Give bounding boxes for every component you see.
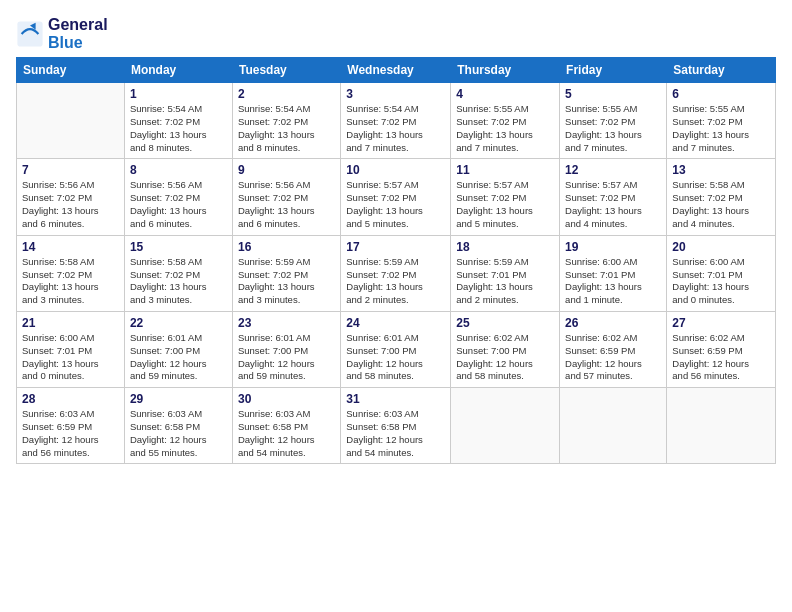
calendar-cell: 4Sunrise: 5:55 AM Sunset: 7:02 PM Daylig…	[451, 83, 560, 159]
day-info: Sunrise: 6:01 AM Sunset: 7:00 PM Dayligh…	[130, 332, 227, 383]
day-info: Sunrise: 5:58 AM Sunset: 7:02 PM Dayligh…	[672, 179, 770, 230]
day-info: Sunrise: 5:54 AM Sunset: 7:02 PM Dayligh…	[346, 103, 445, 154]
day-number: 15	[130, 240, 227, 254]
day-number: 26	[565, 316, 661, 330]
day-number: 27	[672, 316, 770, 330]
day-info: Sunrise: 6:03 AM Sunset: 6:58 PM Dayligh…	[238, 408, 335, 459]
day-info: Sunrise: 6:00 AM Sunset: 7:01 PM Dayligh…	[672, 256, 770, 307]
day-info: Sunrise: 6:02 AM Sunset: 6:59 PM Dayligh…	[565, 332, 661, 383]
calendar-cell: 10Sunrise: 5:57 AM Sunset: 7:02 PM Dayli…	[341, 159, 451, 235]
calendar-cell: 21Sunrise: 6:00 AM Sunset: 7:01 PM Dayli…	[17, 311, 125, 387]
day-number: 24	[346, 316, 445, 330]
calendar-week-row: 1Sunrise: 5:54 AM Sunset: 7:02 PM Daylig…	[17, 83, 776, 159]
logo: General Blue	[16, 16, 108, 51]
calendar-cell: 18Sunrise: 5:59 AM Sunset: 7:01 PM Dayli…	[451, 235, 560, 311]
logo-text: General Blue	[48, 16, 108, 51]
day-number: 20	[672, 240, 770, 254]
day-number: 13	[672, 163, 770, 177]
calendar-cell: 17Sunrise: 5:59 AM Sunset: 7:02 PM Dayli…	[341, 235, 451, 311]
day-info: Sunrise: 6:00 AM Sunset: 7:01 PM Dayligh…	[22, 332, 119, 383]
day-info: Sunrise: 5:55 AM Sunset: 7:02 PM Dayligh…	[565, 103, 661, 154]
day-info: Sunrise: 5:59 AM Sunset: 7:02 PM Dayligh…	[238, 256, 335, 307]
weekday-header-thursday: Thursday	[451, 58, 560, 83]
day-info: Sunrise: 5:56 AM Sunset: 7:02 PM Dayligh…	[238, 179, 335, 230]
day-number: 6	[672, 87, 770, 101]
weekday-header-row: SundayMondayTuesdayWednesdayThursdayFrid…	[17, 58, 776, 83]
day-number: 31	[346, 392, 445, 406]
day-number: 4	[456, 87, 554, 101]
day-number: 25	[456, 316, 554, 330]
logo-icon	[16, 20, 44, 48]
calendar-cell: 9Sunrise: 5:56 AM Sunset: 7:02 PM Daylig…	[232, 159, 340, 235]
day-number: 23	[238, 316, 335, 330]
calendar-cell: 27Sunrise: 6:02 AM Sunset: 6:59 PM Dayli…	[667, 311, 776, 387]
day-number: 16	[238, 240, 335, 254]
day-number: 9	[238, 163, 335, 177]
day-info: Sunrise: 5:58 AM Sunset: 7:02 PM Dayligh…	[130, 256, 227, 307]
weekday-header-sunday: Sunday	[17, 58, 125, 83]
day-number: 17	[346, 240, 445, 254]
day-number: 19	[565, 240, 661, 254]
calendar-cell: 11Sunrise: 5:57 AM Sunset: 7:02 PM Dayli…	[451, 159, 560, 235]
weekday-header-monday: Monday	[124, 58, 232, 83]
day-info: Sunrise: 6:03 AM Sunset: 6:58 PM Dayligh…	[130, 408, 227, 459]
day-number: 12	[565, 163, 661, 177]
calendar-cell	[451, 388, 560, 464]
day-info: Sunrise: 6:01 AM Sunset: 7:00 PM Dayligh…	[238, 332, 335, 383]
day-info: Sunrise: 6:02 AM Sunset: 6:59 PM Dayligh…	[672, 332, 770, 383]
day-number: 18	[456, 240, 554, 254]
calendar-cell	[667, 388, 776, 464]
day-info: Sunrise: 5:56 AM Sunset: 7:02 PM Dayligh…	[22, 179, 119, 230]
day-number: 3	[346, 87, 445, 101]
calendar-cell: 7Sunrise: 5:56 AM Sunset: 7:02 PM Daylig…	[17, 159, 125, 235]
calendar-cell: 30Sunrise: 6:03 AM Sunset: 6:58 PM Dayli…	[232, 388, 340, 464]
weekday-header-saturday: Saturday	[667, 58, 776, 83]
day-info: Sunrise: 5:54 AM Sunset: 7:02 PM Dayligh…	[130, 103, 227, 154]
calendar-cell: 8Sunrise: 5:56 AM Sunset: 7:02 PM Daylig…	[124, 159, 232, 235]
calendar-cell: 19Sunrise: 6:00 AM Sunset: 7:01 PM Dayli…	[560, 235, 667, 311]
day-number: 1	[130, 87, 227, 101]
day-info: Sunrise: 5:56 AM Sunset: 7:02 PM Dayligh…	[130, 179, 227, 230]
calendar-cell: 31Sunrise: 6:03 AM Sunset: 6:58 PM Dayli…	[341, 388, 451, 464]
day-info: Sunrise: 6:03 AM Sunset: 6:58 PM Dayligh…	[346, 408, 445, 459]
calendar-cell: 12Sunrise: 5:57 AM Sunset: 7:02 PM Dayli…	[560, 159, 667, 235]
day-info: Sunrise: 6:02 AM Sunset: 7:00 PM Dayligh…	[456, 332, 554, 383]
calendar-week-row: 28Sunrise: 6:03 AM Sunset: 6:59 PM Dayli…	[17, 388, 776, 464]
weekday-header-friday: Friday	[560, 58, 667, 83]
day-info: Sunrise: 5:55 AM Sunset: 7:02 PM Dayligh…	[672, 103, 770, 154]
calendar-cell: 20Sunrise: 6:00 AM Sunset: 7:01 PM Dayli…	[667, 235, 776, 311]
day-number: 10	[346, 163, 445, 177]
weekday-header-wednesday: Wednesday	[341, 58, 451, 83]
calendar-cell: 14Sunrise: 5:58 AM Sunset: 7:02 PM Dayli…	[17, 235, 125, 311]
weekday-header-tuesday: Tuesday	[232, 58, 340, 83]
day-number: 22	[130, 316, 227, 330]
calendar-week-row: 21Sunrise: 6:00 AM Sunset: 7:01 PM Dayli…	[17, 311, 776, 387]
calendar-cell: 5Sunrise: 5:55 AM Sunset: 7:02 PM Daylig…	[560, 83, 667, 159]
day-number: 8	[130, 163, 227, 177]
calendar-cell: 25Sunrise: 6:02 AM Sunset: 7:00 PM Dayli…	[451, 311, 560, 387]
calendar-cell: 24Sunrise: 6:01 AM Sunset: 7:00 PM Dayli…	[341, 311, 451, 387]
calendar-cell	[560, 388, 667, 464]
calendar-table: SundayMondayTuesdayWednesdayThursdayFrid…	[16, 57, 776, 464]
day-info: Sunrise: 5:54 AM Sunset: 7:02 PM Dayligh…	[238, 103, 335, 154]
day-info: Sunrise: 5:57 AM Sunset: 7:02 PM Dayligh…	[565, 179, 661, 230]
calendar-cell: 1Sunrise: 5:54 AM Sunset: 7:02 PM Daylig…	[124, 83, 232, 159]
calendar-week-row: 14Sunrise: 5:58 AM Sunset: 7:02 PM Dayli…	[17, 235, 776, 311]
calendar-cell: 29Sunrise: 6:03 AM Sunset: 6:58 PM Dayli…	[124, 388, 232, 464]
calendar-cell: 15Sunrise: 5:58 AM Sunset: 7:02 PM Dayli…	[124, 235, 232, 311]
day-info: Sunrise: 5:59 AM Sunset: 7:02 PM Dayligh…	[346, 256, 445, 307]
svg-rect-0	[17, 21, 42, 46]
day-number: 2	[238, 87, 335, 101]
day-number: 5	[565, 87, 661, 101]
calendar-week-row: 7Sunrise: 5:56 AM Sunset: 7:02 PM Daylig…	[17, 159, 776, 235]
calendar-cell: 2Sunrise: 5:54 AM Sunset: 7:02 PM Daylig…	[232, 83, 340, 159]
day-number: 28	[22, 392, 119, 406]
day-number: 21	[22, 316, 119, 330]
day-number: 29	[130, 392, 227, 406]
calendar-cell: 23Sunrise: 6:01 AM Sunset: 7:00 PM Dayli…	[232, 311, 340, 387]
calendar-cell	[17, 83, 125, 159]
day-info: Sunrise: 5:57 AM Sunset: 7:02 PM Dayligh…	[456, 179, 554, 230]
day-info: Sunrise: 6:03 AM Sunset: 6:59 PM Dayligh…	[22, 408, 119, 459]
day-number: 11	[456, 163, 554, 177]
calendar-cell: 22Sunrise: 6:01 AM Sunset: 7:00 PM Dayli…	[124, 311, 232, 387]
